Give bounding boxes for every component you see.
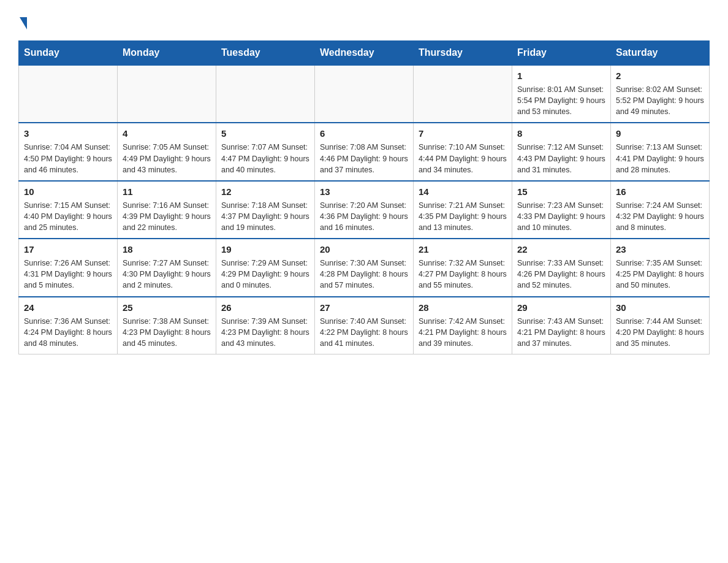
day-info: Sunrise: 7:24 AM Sunset: 4:32 PM Dayligh… [616, 200, 704, 233]
calendar-cell: 15Sunrise: 7:23 AM Sunset: 4:33 PM Dayli… [512, 181, 611, 239]
day-number: 20 [320, 243, 408, 256]
day-info: Sunrise: 7:33 AM Sunset: 4:26 PM Dayligh… [517, 258, 605, 291]
calendar-cell: 5Sunrise: 7:07 AM Sunset: 4:47 PM Daylig… [216, 123, 315, 180]
day-number: 15 [517, 185, 605, 198]
day-number: 7 [419, 127, 507, 140]
day-number: 22 [517, 243, 605, 256]
weekday-header-saturday: Saturday [611, 41, 710, 66]
calendar-cell: 17Sunrise: 7:26 AM Sunset: 4:31 PM Dayli… [19, 239, 118, 296]
day-info: Sunrise: 7:15 AM Sunset: 4:40 PM Dayligh… [24, 200, 112, 233]
day-info: Sunrise: 7:13 AM Sunset: 4:41 PM Dayligh… [616, 142, 704, 175]
calendar-cell [216, 65, 315, 123]
day-info: Sunrise: 7:18 AM Sunset: 4:37 PM Dayligh… [221, 200, 309, 233]
calendar-cell: 27Sunrise: 7:40 AM Sunset: 4:22 PM Dayli… [315, 297, 414, 354]
day-number: 21 [419, 243, 507, 256]
day-number: 14 [419, 185, 507, 198]
day-number: 18 [123, 243, 211, 256]
calendar-cell: 23Sunrise: 7:35 AM Sunset: 4:25 PM Dayli… [611, 239, 710, 296]
day-info: Sunrise: 7:30 AM Sunset: 4:28 PM Dayligh… [320, 258, 408, 291]
day-info: Sunrise: 7:12 AM Sunset: 4:43 PM Dayligh… [517, 142, 605, 175]
day-info: Sunrise: 7:32 AM Sunset: 4:27 PM Dayligh… [419, 258, 507, 291]
weekday-header-wednesday: Wednesday [315, 41, 414, 66]
day-info: Sunrise: 8:02 AM Sunset: 5:52 PM Dayligh… [616, 84, 704, 117]
day-info: Sunrise: 7:39 AM Sunset: 4:23 PM Dayligh… [221, 316, 309, 349]
day-info: Sunrise: 7:07 AM Sunset: 4:47 PM Dayligh… [221, 142, 309, 175]
day-number: 19 [221, 243, 309, 256]
calendar-cell: 28Sunrise: 7:42 AM Sunset: 4:21 PM Dayli… [414, 297, 512, 354]
day-number: 10 [24, 185, 112, 198]
calendar-cell: 29Sunrise: 7:43 AM Sunset: 4:21 PM Dayli… [512, 297, 611, 354]
day-number: 1 [517, 69, 605, 82]
day-info: Sunrise: 7:26 AM Sunset: 4:31 PM Dayligh… [24, 258, 112, 291]
day-number: 11 [123, 185, 211, 198]
day-number: 8 [517, 127, 605, 140]
calendar-table: SundayMondayTuesdayWednesdayThursdayFrid… [18, 40, 710, 354]
day-info: Sunrise: 7:04 AM Sunset: 4:50 PM Dayligh… [24, 142, 112, 175]
calendar-cell: 13Sunrise: 7:20 AM Sunset: 4:36 PM Dayli… [315, 181, 414, 239]
day-info: Sunrise: 7:36 AM Sunset: 4:24 PM Dayligh… [24, 316, 112, 349]
day-info: Sunrise: 7:05 AM Sunset: 4:49 PM Dayligh… [123, 142, 211, 175]
day-number: 24 [24, 301, 112, 314]
calendar-cell: 16Sunrise: 7:24 AM Sunset: 4:32 PM Dayli… [611, 181, 710, 239]
calendar-week-row: 24Sunrise: 7:36 AM Sunset: 4:24 PM Dayli… [19, 297, 710, 354]
logo-arrow-icon [20, 17, 27, 29]
day-info: Sunrise: 7:21 AM Sunset: 4:35 PM Dayligh… [419, 200, 507, 233]
day-number: 4 [123, 127, 211, 140]
calendar-cell: 12Sunrise: 7:18 AM Sunset: 4:37 PM Dayli… [216, 181, 315, 239]
day-number: 6 [320, 127, 408, 140]
weekday-header-thursday: Thursday [414, 41, 512, 66]
calendar-cell: 7Sunrise: 7:10 AM Sunset: 4:44 PM Daylig… [414, 123, 512, 180]
day-number: 5 [221, 127, 309, 140]
day-info: Sunrise: 7:10 AM Sunset: 4:44 PM Dayligh… [419, 142, 507, 175]
day-number: 23 [616, 243, 704, 256]
day-info: Sunrise: 7:38 AM Sunset: 4:23 PM Dayligh… [123, 316, 211, 349]
calendar-cell: 21Sunrise: 7:32 AM Sunset: 4:27 PM Dayli… [414, 239, 512, 296]
day-number: 13 [320, 185, 408, 198]
day-info: Sunrise: 7:29 AM Sunset: 4:29 PM Dayligh… [221, 258, 309, 291]
day-number: 2 [616, 69, 704, 82]
calendar-week-row: 10Sunrise: 7:15 AM Sunset: 4:40 PM Dayli… [19, 181, 710, 239]
calendar-cell [315, 65, 414, 123]
day-info: Sunrise: 7:20 AM Sunset: 4:36 PM Dayligh… [320, 200, 408, 233]
calendar-cell: 6Sunrise: 7:08 AM Sunset: 4:46 PM Daylig… [315, 123, 414, 180]
page-header [18, 15, 710, 29]
day-info: Sunrise: 7:27 AM Sunset: 4:30 PM Dayligh… [123, 258, 211, 291]
day-number: 26 [221, 301, 309, 314]
calendar-week-row: 17Sunrise: 7:26 AM Sunset: 4:31 PM Dayli… [19, 239, 710, 296]
calendar-cell: 10Sunrise: 7:15 AM Sunset: 4:40 PM Dayli… [19, 181, 118, 239]
calendar-cell: 30Sunrise: 7:44 AM Sunset: 4:20 PM Dayli… [611, 297, 710, 354]
day-info: Sunrise: 7:40 AM Sunset: 4:22 PM Dayligh… [320, 316, 408, 349]
weekday-header-friday: Friday [512, 41, 611, 66]
calendar-cell: 26Sunrise: 7:39 AM Sunset: 4:23 PM Dayli… [216, 297, 315, 354]
calendar-cell: 19Sunrise: 7:29 AM Sunset: 4:29 PM Dayli… [216, 239, 315, 296]
calendar-cell: 25Sunrise: 7:38 AM Sunset: 4:23 PM Dayli… [118, 297, 216, 354]
calendar-cell: 18Sunrise: 7:27 AM Sunset: 4:30 PM Dayli… [118, 239, 216, 296]
calendar-cell: 14Sunrise: 7:21 AM Sunset: 4:35 PM Dayli… [414, 181, 512, 239]
day-number: 27 [320, 301, 408, 314]
day-info: Sunrise: 7:44 AM Sunset: 4:20 PM Dayligh… [616, 316, 704, 349]
day-info: Sunrise: 7:16 AM Sunset: 4:39 PM Dayligh… [123, 200, 211, 233]
day-info: Sunrise: 7:23 AM Sunset: 4:33 PM Dayligh… [517, 200, 605, 233]
calendar-week-row: 1Sunrise: 8:01 AM Sunset: 5:54 PM Daylig… [19, 65, 710, 123]
calendar-cell [414, 65, 512, 123]
day-number: 25 [123, 301, 211, 314]
day-info: Sunrise: 7:42 AM Sunset: 4:21 PM Dayligh… [419, 316, 507, 349]
weekday-header-monday: Monday [118, 41, 216, 66]
calendar-cell: 1Sunrise: 8:01 AM Sunset: 5:54 PM Daylig… [512, 65, 611, 123]
day-number: 29 [517, 301, 605, 314]
calendar-cell: 3Sunrise: 7:04 AM Sunset: 4:50 PM Daylig… [19, 123, 118, 180]
day-number: 16 [616, 185, 704, 198]
calendar-cell: 20Sunrise: 7:30 AM Sunset: 4:28 PM Dayli… [315, 239, 414, 296]
day-info: Sunrise: 7:35 AM Sunset: 4:25 PM Dayligh… [616, 258, 704, 291]
calendar-cell: 2Sunrise: 8:02 AM Sunset: 5:52 PM Daylig… [611, 65, 710, 123]
weekday-header-tuesday: Tuesday [216, 41, 315, 66]
day-number: 3 [24, 127, 112, 140]
calendar-cell [19, 65, 118, 123]
day-number: 28 [419, 301, 507, 314]
calendar-cell: 4Sunrise: 7:05 AM Sunset: 4:49 PM Daylig… [118, 123, 216, 180]
day-number: 9 [616, 127, 704, 140]
day-info: Sunrise: 7:43 AM Sunset: 4:21 PM Dayligh… [517, 316, 605, 349]
day-number: 12 [221, 185, 309, 198]
day-info: Sunrise: 7:08 AM Sunset: 4:46 PM Dayligh… [320, 142, 408, 175]
logo [18, 15, 27, 29]
